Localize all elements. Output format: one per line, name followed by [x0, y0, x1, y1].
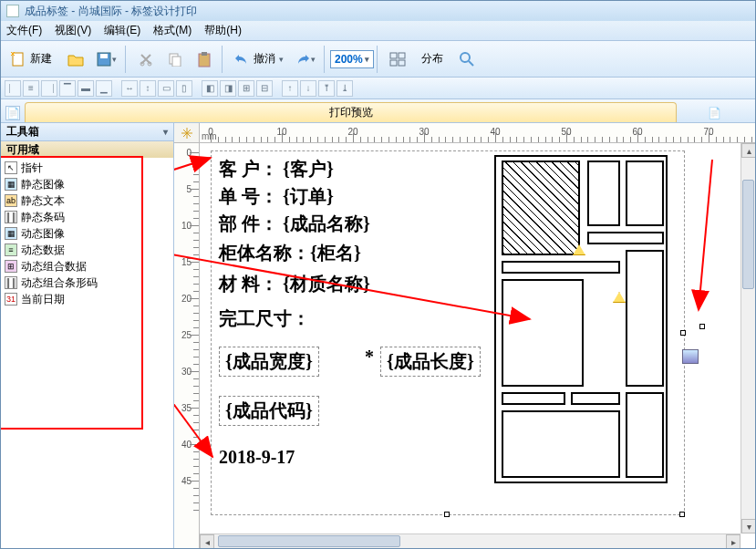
toolbar-align: ⎸ ≡ ⎹ ▔ ▬ ▁ ↔ ↕ ▭ ▯ ◧ ◨ ⊞ ⊟ ↑ ↓ ⤒ ⤓	[1, 78, 755, 99]
align-7[interactable]: ↔	[121, 80, 138, 97]
align-9[interactable]: ▭	[158, 80, 174, 97]
dropdown-icon[interactable]: ▾	[163, 127, 168, 137]
scroll-thumb-v[interactable]	[742, 180, 754, 289]
dyn-combo-barcode-icon: ║║	[5, 276, 17, 289]
align-11[interactable]: ◧	[202, 80, 218, 97]
toolbar-main: 新建 ▾ 撤消 ▾ ▾ 200%▾ 分布	[1, 41, 755, 78]
open-button[interactable]	[62, 45, 89, 74]
align-17[interactable]: ⤒	[318, 80, 335, 97]
field-order[interactable]: 单 号： {订单}	[219, 184, 334, 209]
item-static-image[interactable]: ▦静态图像	[3, 176, 171, 192]
dpart	[626, 392, 664, 478]
dpart	[587, 161, 620, 226]
align-13[interactable]: ⊞	[238, 80, 254, 97]
scroll-right[interactable]: ▸	[726, 534, 740, 548]
scrollbar-vertical[interactable]: ▴ ▾	[740, 143, 755, 533]
redo-button[interactable]: ▾	[290, 45, 320, 74]
field-width[interactable]: {成品宽度}	[219, 347, 319, 377]
scroll-up[interactable]: ▴	[741, 143, 755, 158]
item-dyn-image[interactable]: ▦动态图像	[3, 225, 171, 242]
ruler-vertical[interactable]: 051015202530354045	[174, 143, 200, 548]
align-14[interactable]: ⊟	[256, 80, 273, 97]
field-cabinet[interactable]: 柜体名称：{柜名}	[219, 241, 361, 265]
search-button[interactable]	[453, 45, 481, 74]
cut-icon	[139, 52, 153, 67]
zoom-input[interactable]: 200%▾	[330, 50, 374, 68]
redo-icon	[295, 53, 311, 66]
dpart-hatch	[502, 161, 580, 255]
menu-view[interactable]: 视图(V)	[55, 23, 91, 38]
align-2[interactable]: ≡	[23, 80, 39, 97]
align-18[interactable]: ⤓	[337, 80, 353, 97]
align-10[interactable]: ▯	[176, 80, 192, 97]
content: 工具箱 ▾ 可用域 ↖指针 ▦静态图像 ab静态文本 ║║静态条码 ▦动态图像 …	[1, 123, 755, 548]
cut-button[interactable]	[132, 45, 160, 74]
undo-label: 撤消	[250, 51, 279, 67]
item-dyn-combo[interactable]: ⊞动态组合数据	[3, 258, 171, 274]
window-title: 成品标签 - 尚城国际 - 标签设计打印	[25, 4, 197, 19]
paste-button[interactable]	[191, 45, 218, 74]
menu-help[interactable]: 帮助(H)	[204, 23, 242, 38]
resize-handle[interactable]	[444, 512, 450, 517]
resize-handle[interactable]	[679, 512, 685, 517]
canvas-area: mm 010203040506070 051015202530354045 客 …	[174, 123, 755, 548]
field-star[interactable]: *	[365, 347, 374, 368]
field-material[interactable]: 材 料： {材质名称}	[219, 272, 370, 296]
tab-doc-icon[interactable]: 📄	[707, 106, 721, 120]
align-6[interactable]: ▁	[96, 80, 112, 97]
align-16[interactable]: ↓	[300, 80, 316, 97]
image-placeholder-icon[interactable]	[682, 349, 699, 364]
svg-rect-9	[390, 53, 397, 58]
item-dyn-data[interactable]: ≡动态数据	[3, 242, 171, 258]
align-12[interactable]: ◨	[220, 80, 236, 97]
item-current-date[interactable]: 31当前日期	[3, 291, 171, 307]
align-15[interactable]: ↑	[282, 80, 298, 97]
ruler-horizontal[interactable]: mm 010203040506070	[200, 123, 755, 143]
align-3[interactable]: ⎹	[41, 80, 57, 97]
fields-header[interactable]: 可用域	[1, 141, 173, 158]
svg-rect-2	[100, 54, 108, 58]
image-icon: ▦	[5, 178, 17, 191]
menu-format[interactable]: 格式(M)	[153, 23, 192, 38]
field-code[interactable]: {成品代码}	[219, 396, 319, 426]
align-1[interactable]: ⎸	[5, 80, 21, 97]
item-static-text[interactable]: ab静态文本	[3, 192, 171, 209]
dpart	[502, 410, 620, 478]
scrollbar-horizontal[interactable]: ◂ ▸	[200, 533, 740, 548]
resize-handle[interactable]	[699, 324, 705, 329]
scroll-thumb-h[interactable]	[218, 535, 400, 547]
diagram-block[interactable]	[494, 155, 668, 483]
distribute-button[interactable]: 分布	[413, 45, 451, 74]
menu-file[interactable]: 文件(F)	[6, 23, 42, 38]
new-button[interactable]: 新建	[5, 45, 60, 74]
item-pointer[interactable]: ↖指针	[3, 160, 171, 176]
search-icon	[459, 51, 475, 67]
align-5[interactable]: ▬	[78, 80, 94, 97]
tab-preview[interactable]: 📄 打印预览 📄	[25, 102, 677, 122]
field-customer[interactable]: 客 户： {客户}	[219, 157, 334, 181]
undo-button[interactable]: 撤消 ▾	[229, 45, 288, 74]
copy-button[interactable]	[161, 45, 189, 74]
app-window: 成品标签 - 尚城国际 - 标签设计打印 文件(F) 视图(V) 编辑(E) 格…	[0, 0, 756, 549]
save-button[interactable]: ▾	[91, 45, 121, 74]
resize-handle[interactable]	[680, 330, 686, 336]
field-part[interactable]: 部 件： {成品名称}	[219, 212, 370, 236]
scroll-down[interactable]: ▾	[741, 519, 755, 533]
open-icon	[67, 51, 85, 67]
field-date[interactable]: 2018-9-17	[219, 447, 295, 468]
date-icon: 31	[5, 293, 17, 306]
pointer-icon: ↖	[5, 161, 17, 174]
menu-edit[interactable]: 编辑(E)	[104, 23, 140, 38]
align-4[interactable]: ▔	[59, 80, 76, 97]
align-8[interactable]: ↕	[140, 80, 156, 97]
dyn-combo-icon: ⊞	[5, 260, 17, 273]
item-dyn-combo-barcode[interactable]: ║║动态组合条形码	[3, 274, 171, 291]
layout-button[interactable]	[384, 45, 411, 74]
field-length[interactable]: {成品长度}	[380, 347, 481, 377]
item-static-barcode[interactable]: ║║静态条码	[3, 209, 171, 225]
toolbox-header[interactable]: 工具箱 ▾	[1, 123, 173, 141]
scroll-left[interactable]: ◂	[200, 534, 214, 548]
label-page[interactable]: 客 户： {客户} 单 号： {订单} 部 件： {成品名称} 柜体名称：{柜名…	[211, 150, 685, 515]
field-size[interactable]: 完工尺寸：	[219, 306, 310, 331]
ruler-corner	[174, 123, 200, 143]
